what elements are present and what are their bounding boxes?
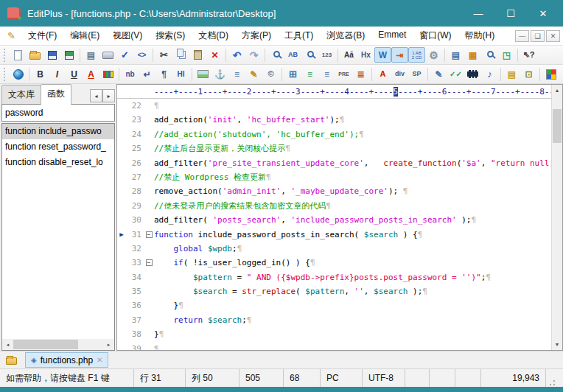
hex-view-icon[interactable]: Hx — [357, 47, 374, 63]
toolbar-grip[interactable] — [4, 68, 7, 81]
copyright-icon[interactable]: © — [262, 66, 279, 82]
menu-item[interactable]: 文件(F) — [21, 27, 63, 45]
code-line[interactable]: 26add_filter('pre_site_transient_update_… — [117, 156, 551, 170]
code-line[interactable]: 36 }¶ — [117, 298, 551, 312]
code-line[interactable]: 35 $search = str_replace( $pattern, '', … — [117, 284, 551, 298]
new-document-icon[interactable] — [10, 47, 27, 63]
line-break-icon[interactable]: ↵ — [139, 66, 155, 82]
cut-icon[interactable]: ✂ — [155, 47, 172, 63]
word-wrap-icon[interactable]: W — [374, 47, 391, 63]
code-text[interactable]: add_filter('pre_site_transient_update_co… — [154, 156, 551, 170]
tab-scroll-left-icon[interactable]: ◂ — [90, 89, 102, 102]
pre-tag-icon[interactable]: PRE — [335, 66, 352, 82]
edit-note-icon[interactable]: ✎ — [245, 66, 262, 82]
context-help-icon[interactable]: ⇖? — [520, 47, 537, 63]
menu-item[interactable]: 方案(P) — [235, 27, 278, 45]
align-center-icon[interactable]: ≡ — [318, 66, 335, 82]
code-line[interactable]: 24//add_action('shutdown', 'hc_buffer_en… — [117, 127, 551, 141]
tab-cliptext[interactable]: 文本库 — [1, 85, 41, 105]
print-preview-icon[interactable]: ▤ — [83, 47, 99, 63]
div-tag-icon[interactable]: div — [391, 66, 408, 82]
menu-item[interactable]: 帮助(H) — [458, 27, 502, 45]
menu-item[interactable]: 工具(T) — [278, 27, 320, 45]
delete-icon[interactable]: ✕ — [206, 47, 223, 63]
menu-item[interactable]: 视图(V) — [106, 27, 149, 45]
open-folder-icon[interactable] — [27, 47, 43, 63]
code-text[interactable]: //禁止 Wordpress 检查更新¶ — [154, 170, 551, 184]
code-line[interactable]: ▶31−function include_password_posts_in_s… — [117, 228, 551, 242]
media-film-icon[interactable] — [464, 66, 481, 82]
window-manager-icon[interactable]: ▦ — [464, 47, 481, 63]
document-list-icon[interactable]: ▤ — [447, 47, 464, 63]
save-all-icon[interactable] — [60, 47, 77, 63]
code-text[interactable]: function include_password_posts_in_searc… — [154, 228, 551, 242]
sidebar-horizontal-scrollbar[interactable]: ◂ ▸ — [2, 339, 114, 350]
font-tag-icon[interactable]: A — [374, 66, 391, 82]
anchor-icon[interactable]: ⚓ — [211, 66, 228, 82]
code-line[interactable]: 22¶ — [117, 99, 551, 113]
code-line[interactable]: 25//禁止后台显示更新，关闭核心提示¶ — [117, 141, 551, 155]
horizontal-rule-icon[interactable]: ≡ — [228, 66, 245, 82]
vertical-scrollbar[interactable]: ▲ ▼ — [551, 85, 562, 350]
menu-item[interactable]: 文档(D) — [192, 27, 235, 45]
tab-close-icon[interactable]: ✕ — [97, 356, 102, 364]
code-line[interactable]: 28remove_action('admin_init', '_maybe_up… — [117, 184, 551, 198]
code-line[interactable]: 37 return $search;¶ — [117, 313, 551, 327]
menu-item[interactable]: 编辑(E) — [63, 27, 106, 45]
form-edit-icon[interactable]: ✎ — [430, 66, 447, 82]
close-button[interactable]: ✕ — [528, 3, 559, 24]
find-in-files-icon[interactable] — [301, 47, 318, 63]
mdi-minimize-button[interactable]: — — [515, 30, 529, 42]
code-text[interactable]: ¶ — [154, 99, 551, 113]
menu-item[interactable]: 窗口(W) — [413, 27, 458, 45]
code-text[interactable]: return $search;¶ — [154, 313, 551, 327]
settings-gear-icon[interactable]: ⚙ — [425, 47, 442, 63]
code-text[interactable]: global $wpdb;¶ — [154, 242, 551, 256]
change-case-icon[interactable]: Aā — [340, 47, 357, 63]
code-text[interactable]: ¶ — [154, 342, 551, 350]
code-text[interactable]: $pattern = " AND ({$wpdb->prefix}posts.p… — [154, 270, 551, 284]
code-text[interactable]: add_filter( 'posts_search', 'include_pas… — [154, 213, 551, 227]
function-list-item[interactable]: function disable_reset_lo — [2, 155, 114, 170]
code-text[interactable]: //禁止后台显示更新，关闭核心提示¶ — [154, 141, 551, 155]
copy-icon[interactable] — [172, 47, 189, 63]
nbsp-icon[interactable]: nb — [122, 66, 139, 82]
menu-item[interactable]: 搜索(S) — [149, 27, 192, 45]
code-line[interactable]: 38}¶ — [117, 327, 551, 341]
code-text[interactable]: //使未登录用户的搜索结果包含加密文章的代码¶ — [154, 199, 551, 213]
span-tag-icon[interactable]: SP — [408, 66, 425, 82]
scroll-up-icon[interactable]: ▲ — [552, 85, 562, 96]
code-text[interactable]: $search = str_replace( $pattern, '', $se… — [154, 284, 551, 298]
code-line[interactable]: 33− if( !is_user_logged_in() ) {¶ — [117, 256, 551, 270]
code-text[interactable]: //add_action('shutdown', 'hc_buffer_end'… — [154, 127, 551, 141]
scrollbar-track[interactable] — [552, 96, 562, 339]
tab-functions-php[interactable]: ◈ functions.php ✕ — [25, 352, 108, 368]
windows-colors-icon[interactable] — [542, 66, 559, 82]
code-line[interactable]: 23add_action('init', 'hc_buffer_start');… — [117, 113, 551, 127]
function-list-item[interactable]: function reset_password_ — [2, 139, 114, 155]
undo-icon[interactable]: ↶ — [228, 47, 245, 63]
browser-globe-icon[interactable] — [10, 66, 27, 82]
code-line[interactable]: 34 $pattern = " AND ({$wpdb->prefix}post… — [117, 270, 551, 284]
fold-toggle-icon[interactable]: − — [146, 231, 153, 238]
font-color-icon[interactable]: A — [83, 66, 99, 82]
code-text[interactable]: remove_action('admin_init', '_maybe_upda… — [154, 184, 551, 198]
code-area[interactable]: ----+----1----+----2----+----3----+----4… — [117, 85, 551, 350]
paragraph-icon[interactable]: ¶ — [155, 66, 172, 82]
heading-icon[interactable]: HI — [172, 66, 189, 82]
form-field-icon[interactable]: ▤ — [503, 66, 520, 82]
script-check-icon[interactable]: ✓✓ — [447, 66, 464, 82]
div-align-icon[interactable]: ≡ — [301, 66, 318, 82]
code-text[interactable]: }¶ — [154, 327, 551, 341]
code-line[interactable]: 27//禁止 Wordpress 检查更新¶ — [117, 170, 551, 184]
mdi-restore-button[interactable]: ❑ — [531, 30, 545, 42]
code-line[interactable]: 30add_filter( 'posts_search', 'include_p… — [117, 213, 551, 227]
menu-item[interactable]: Emmet — [371, 27, 413, 45]
code-line[interactable]: 39¶ — [117, 342, 551, 350]
code-text[interactable]: if( !is_user_logged_in() ) {¶ — [154, 256, 551, 270]
code-text[interactable]: }¶ — [154, 298, 551, 312]
code-text[interactable]: add_action('init', 'hc_buffer_start');¶ — [154, 113, 551, 127]
minimize-button[interactable]: — — [463, 3, 494, 24]
maximize-button[interactable]: ☐ — [495, 3, 526, 24]
save-icon[interactable] — [43, 47, 60, 63]
